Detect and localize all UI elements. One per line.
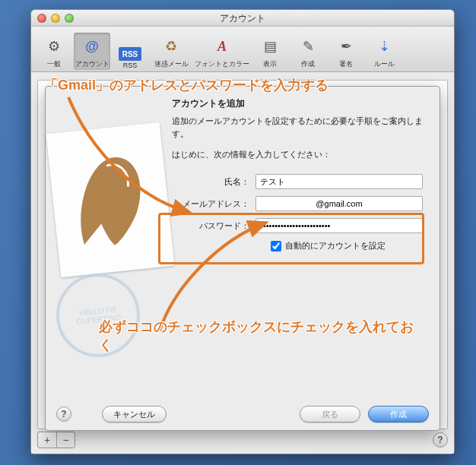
create-button[interactable]: 作成 — [368, 406, 429, 422]
auto-setup-checkbox[interactable] — [271, 241, 281, 251]
close-window-button[interactable] — [37, 14, 46, 23]
email-input[interactable] — [255, 196, 423, 211]
toolbar-fonts[interactable]: A フォントとカラー — [194, 33, 250, 70]
toolbar-rss[interactable]: RSS RSS — [112, 46, 148, 70]
add-account-button[interactable]: + — [38, 432, 56, 448]
content-area: + − ? HELLO FRCUPERTINO アカウントを追加 追加のメールア… — [31, 74, 454, 454]
name-label: 氏名： — [172, 176, 255, 188]
toolbar: ⚙ 一般 @ アカウント RSS RSS ♻ 迷惑メール A フォントとカラー … — [31, 27, 454, 72]
toolbar-label: 迷惑メール — [154, 59, 189, 69]
toolbar-label: アカウント — [75, 59, 109, 69]
auto-setup-label: 自動的にアカウントを設定 — [285, 240, 386, 251]
bottom-bar: + − ? — [37, 431, 448, 449]
cancel-button[interactable]: キャンセル — [102, 406, 167, 422]
minimize-window-button[interactable] — [51, 14, 60, 23]
sheet-buttons: ? キャンセル 戻る 作成 — [46, 406, 440, 422]
password-row: パスワード： — [172, 218, 427, 233]
auto-setup-row: 自動的にアカウントを設定 — [271, 240, 427, 251]
toolbar-rules[interactable]: ⇣ ルール — [366, 33, 402, 70]
back-button[interactable]: 戻る — [300, 406, 360, 422]
toolbar-signatures[interactable]: ✒ 署名 — [328, 33, 364, 70]
at-icon: @ — [80, 34, 104, 59]
toolbar-label: フォントとカラー — [195, 59, 249, 69]
toolbar-composing[interactable]: ✎ 作成 — [290, 33, 326, 70]
help-button[interactable]: ? — [433, 432, 448, 448]
titlebar: アカウント — [31, 10, 454, 27]
sheet-title: アカウントを追加 — [58, 97, 427, 110]
preferences-window: アカウント ⚙ 一般 @ アカウント RSS RSS ♻ 迷惑メール A フォン… — [30, 9, 455, 454]
font-icon: A — [210, 34, 234, 59]
toolbar-label: 作成 — [301, 59, 315, 69]
add-remove-segment: + − — [37, 432, 75, 448]
compose-icon: ✎ — [296, 34, 320, 59]
zoom-window-button[interactable] — [65, 14, 74, 23]
rules-icon: ⇣ — [372, 34, 396, 59]
toolbar-label: 一般 — [47, 59, 61, 69]
toolbar-label: 署名 — [339, 59, 353, 69]
gear-icon: ⚙ — [42, 34, 66, 59]
stamp-graphic — [46, 122, 174, 278]
toolbar-label: ルール — [374, 59, 395, 69]
password-label: パスワード： — [172, 220, 255, 232]
view-icon: ▤ — [258, 34, 282, 59]
password-input[interactable] — [255, 218, 423, 233]
toolbar-accounts[interactable]: @ アカウント — [74, 33, 110, 70]
toolbar-viewing[interactable]: ▤ 表示 — [252, 33, 288, 70]
signature-icon: ✒ — [334, 34, 358, 59]
sheet-help-button[interactable]: ? — [56, 406, 71, 422]
toolbar-label: 表示 — [263, 59, 277, 69]
window-title: アカウント — [220, 13, 265, 24]
add-account-sheet: HELLO FRCUPERTINO アカウントを追加 追加のメールアカウントを設… — [45, 86, 440, 431]
remove-account-button[interactable]: − — [56, 432, 75, 448]
email-label: メールアドレス： — [172, 198, 255, 210]
email-row: メールアドレス： — [172, 196, 427, 211]
name-row: 氏名： — [172, 174, 427, 189]
postmark-graphic: HELLO FRCUPERTINO — [52, 270, 144, 362]
name-input[interactable] — [255, 174, 423, 189]
rss-icon: RSS — [119, 47, 141, 61]
recycle-icon: ♻ — [159, 34, 183, 59]
toolbar-label: RSS — [123, 62, 138, 69]
toolbar-junk[interactable]: ♻ 迷惑メール — [150, 33, 192, 70]
toolbar-general[interactable]: ⚙ 一般 — [36, 33, 72, 70]
window-controls — [37, 14, 74, 23]
